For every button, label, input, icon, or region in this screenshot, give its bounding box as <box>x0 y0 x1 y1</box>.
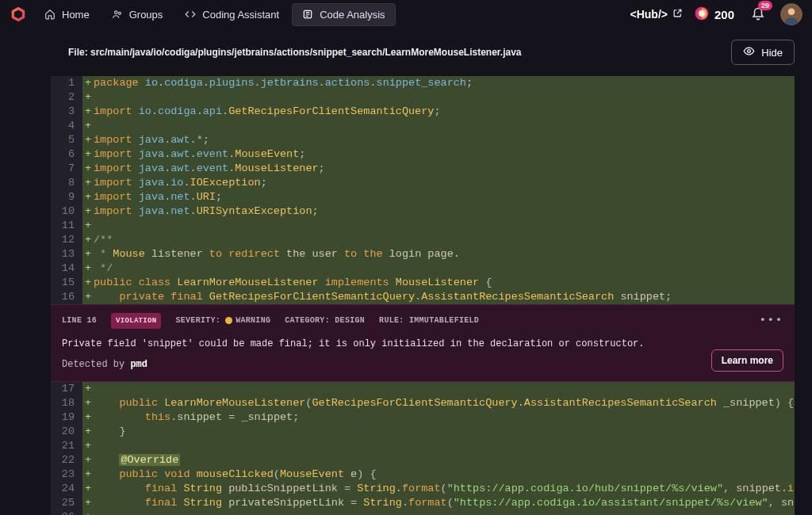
nav-analysis[interactable]: Code Analysis <box>292 3 395 26</box>
svg-point-6 <box>788 8 795 15</box>
code-content[interactable]: final String privateSnippetLink = String… <box>94 496 795 510</box>
nav-groups-label: Groups <box>129 9 163 21</box>
code-content[interactable]: import java.awt.*; <box>94 133 795 147</box>
file-path: File: src/main/java/io/codiga/plugins/je… <box>68 47 522 58</box>
violation-pill: VIOLATION <box>111 313 161 329</box>
line-number: 19 <box>51 410 82 425</box>
diff-marker: + <box>82 290 94 304</box>
code-content[interactable]: final String publicSnippetLink = String.… <box>94 482 795 496</box>
line-number: 23 <box>51 467 82 482</box>
hub-label: <Hub/> <box>630 8 668 21</box>
code-content[interactable]: */ <box>94 261 795 276</box>
line-number: 8 <box>51 176 82 190</box>
code-content[interactable] <box>94 382 795 396</box>
code-line: 15+public class LearnMoreMouseListener i… <box>51 276 795 290</box>
notification-count: 29 <box>758 1 772 10</box>
code-content[interactable] <box>94 219 795 233</box>
diff-marker: + <box>82 147 94 162</box>
app-logo[interactable] <box>10 6 27 23</box>
line-number: 24 <box>51 482 82 496</box>
code-line: 16+ private final GetRecipesForClientSem… <box>51 290 795 304</box>
line-number: 25 <box>51 496 82 510</box>
diff-marker: + <box>82 176 94 190</box>
code-content[interactable]: import java.awt.event.MouseListener; <box>94 162 795 176</box>
code-content[interactable]: import java.io.IOException; <box>94 176 795 190</box>
user-avatar[interactable] <box>780 3 802 25</box>
code-content[interactable]: public LearnMoreMouseListener(GetRecipes… <box>94 396 795 410</box>
diff-marker: + <box>82 439 94 453</box>
violation-severity: SEVERITY:WARNING <box>175 314 270 328</box>
nav-home[interactable]: Home <box>35 4 99 25</box>
violation-more-button[interactable]: ••• <box>760 313 783 327</box>
code-line: 5+import java.awt.*; <box>51 133 795 147</box>
code-content[interactable]: public void mouseClicked(MouseEvent e) { <box>94 467 795 482</box>
nav-groups[interactable]: Groups <box>102 4 173 25</box>
nav-assistant[interactable]: Coding Assistant <box>175 4 289 25</box>
diff-marker: + <box>82 261 94 276</box>
code-line: 2+ <box>51 90 795 105</box>
diff-marker: + <box>82 190 94 204</box>
diff-marker: + <box>82 233 94 247</box>
diff-marker: + <box>82 425 94 439</box>
code-content[interactable]: import io.codiga.api.GetRecipesForClient… <box>94 105 795 119</box>
code-line: 17+ <box>51 382 795 396</box>
code-content[interactable]: import java.awt.event.MouseEvent; <box>94 147 795 162</box>
code-line: 4+ <box>51 119 795 133</box>
line-number: 26 <box>51 510 82 515</box>
code-content[interactable] <box>94 439 795 453</box>
diff-marker: + <box>82 219 94 233</box>
code-content[interactable]: /** <box>94 233 795 247</box>
violation-meta: LINE 16 VIOLATION SEVERITY:WARNING CATEG… <box>62 313 783 329</box>
code-content[interactable] <box>94 119 795 133</box>
learn-more-button[interactable]: Learn more <box>711 349 783 372</box>
groups-icon <box>112 9 123 20</box>
diff-marker: + <box>82 276 94 290</box>
code-content[interactable] <box>94 510 795 515</box>
code-content[interactable]: import java.net.URI; <box>94 190 795 204</box>
code-line: 26+ <box>51 510 795 515</box>
hide-button[interactable]: Hide <box>731 40 795 65</box>
code-content[interactable]: public class LearnMoreMouseListener impl… <box>94 276 795 290</box>
violation-line: LINE 16 <box>62 314 97 328</box>
top-nav: Home Groups Coding Assistant Code Analys… <box>0 0 812 29</box>
line-number: 17 <box>51 382 82 396</box>
violation-panel: ••• LINE 16 VIOLATION SEVERITY:WARNING C… <box>51 304 795 382</box>
diff-marker: + <box>82 133 94 147</box>
hub-link[interactable]: <Hub/> <box>630 8 683 21</box>
line-number: 2 <box>51 90 82 105</box>
line-number: 14 <box>51 261 82 276</box>
code-line: 13+ * Mouse listener to redirect the use… <box>51 247 795 261</box>
violation-message: Private field 'snippet' could be made fi… <box>62 337 783 351</box>
code-line: 23+ public void mouseClicked(MouseEvent … <box>51 467 795 482</box>
code-content[interactable]: } <box>94 425 795 439</box>
code-line: 22+ @Override <box>51 453 795 467</box>
code-content[interactable]: import java.net.URISyntaxException; <box>94 204 795 219</box>
line-number: 11 <box>51 219 82 233</box>
code-content[interactable]: this.snippet = _snippet; <box>94 410 795 425</box>
diff-marker: + <box>82 482 94 496</box>
diff-marker: + <box>82 510 94 515</box>
line-number: 13 <box>51 247 82 261</box>
diff-marker: + <box>82 162 94 176</box>
line-number: 22 <box>51 453 82 467</box>
hide-label: Hide <box>761 47 783 59</box>
svg-point-1 <box>118 12 121 14</box>
diff-marker: + <box>82 76 94 90</box>
code-content[interactable]: @Override <box>94 453 795 467</box>
line-number: 20 <box>51 425 82 439</box>
code-content[interactable]: private final GetRecipesForClientSemanti… <box>94 290 795 304</box>
code-content[interactable]: package io.codiga.plugins.jetbrains.acti… <box>94 76 795 90</box>
line-number: 15 <box>51 276 82 290</box>
code-line: 19+ this.snippet = _snippet; <box>51 410 795 425</box>
violation-detected-by: Detected by pmd <box>62 357 783 372</box>
line-number: 18 <box>51 396 82 410</box>
code-content[interactable]: * Mouse listener to redirect the user to… <box>94 247 795 261</box>
code-line: 25+ final String privateSnippetLink = St… <box>51 496 795 510</box>
code-line: 10+import java.net.URISyntaxException; <box>51 204 795 219</box>
code-line: 12+/** <box>51 233 795 247</box>
notifications-button[interactable]: 29 <box>749 5 768 24</box>
line-number: 9 <box>51 190 82 204</box>
code-content[interactable] <box>94 90 795 105</box>
points-counter[interactable]: 200 <box>694 6 734 24</box>
diff-marker: + <box>82 105 94 119</box>
